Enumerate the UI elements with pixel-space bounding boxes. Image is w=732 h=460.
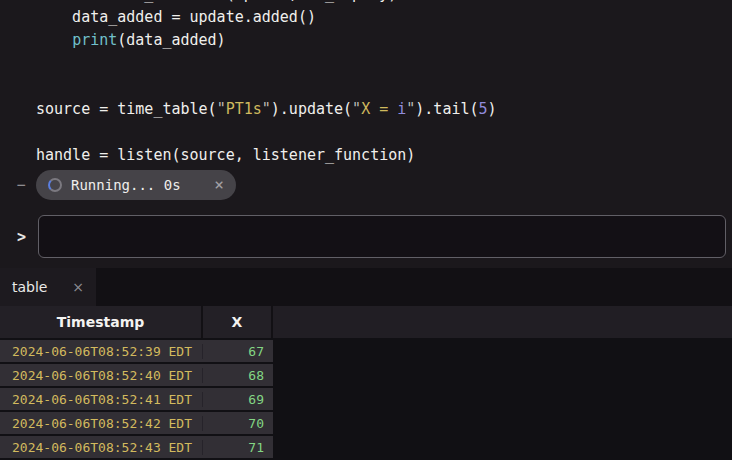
x-value-cell[interactable]: 67 [203,344,272,359]
code-line [36,121,497,144]
x-value-cell[interactable]: 69 [203,392,272,407]
code-line: print(data_added) [36,29,497,52]
table-row[interactable]: 2024-06-06T08:52:41 EDT69 [0,388,273,410]
column-header-timestamp[interactable]: Timestamp [0,306,203,338]
table-header: Timestamp X [0,306,732,338]
console-input[interactable] [38,215,726,258]
table-row[interactable]: 2024-06-06T08:52:40 EDT68 [0,364,273,386]
console-prompt: > [17,228,26,246]
table-row[interactable]: 2024-06-06T08:52:42 EDT70 [0,412,273,434]
cancel-run-icon[interactable]: × [214,177,224,193]
spinner-icon [48,178,62,192]
ide-window: def listener_function(update, is_replay)… [0,0,732,460]
running-status-badge: Running... 0s × [36,170,236,200]
timestamp-cell[interactable]: 2024-06-06T08:52:39 EDT [0,344,203,359]
timestamp-cell[interactable]: 2024-06-06T08:52:40 EDT [0,368,203,383]
x-value-cell[interactable]: 68 [203,368,272,383]
running-label: Running... 0s [71,177,181,193]
timestamp-cell[interactable]: 2024-06-06T08:52:42 EDT [0,416,203,431]
table-row[interactable]: 2024-06-06T08:52:39 EDT67 [0,340,273,362]
code-line [36,75,497,98]
tab-table[interactable]: table × [0,268,96,306]
table-row[interactable]: 2024-06-06T08:52:43 EDT71 [0,436,273,458]
code-editor[interactable]: def listener_function(update, is_replay)… [0,0,732,210]
x-value-cell[interactable]: 71 [203,440,272,455]
column-header-x[interactable]: X [203,306,273,338]
x-value-cell[interactable]: 70 [203,416,272,431]
table-rows: 2024-06-06T08:52:39 EDT672024-06-06T08:5… [0,340,273,460]
tab-label: table [12,279,47,295]
timestamp-cell[interactable]: 2024-06-06T08:52:43 EDT [0,440,203,455]
code-line [36,52,497,75]
timestamp-cell[interactable]: 2024-06-06T08:52:41 EDT [0,392,203,407]
header-filler [273,306,732,338]
panel-tab-bar: table × [0,268,732,306]
fold-collapse-marker[interactable]: − [13,176,29,194]
code-line: handle = listen(source, listener_functio… [36,144,497,167]
code-line: source = time_table("PT1s").update("X = … [36,98,497,121]
code-lines: def listener_function(update, is_replay)… [36,0,497,167]
close-tab-icon[interactable]: × [72,280,84,294]
table-grid: Timestamp X 2024-06-06T08:52:39 EDT67202… [0,306,732,460]
code-line: data_added = update.added() [36,6,497,29]
